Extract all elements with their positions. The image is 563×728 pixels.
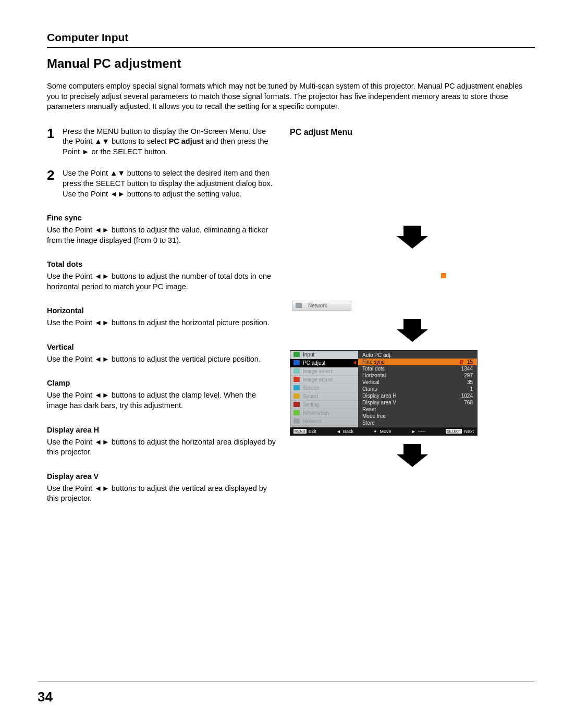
pc-adjust-icon: [293, 360, 300, 365]
osd-left-item-input: Input: [290, 351, 358, 359]
osd-right-item: Store: [358, 419, 477, 426]
information-icon: [293, 410, 300, 415]
osd-right-item: Mode free: [358, 413, 477, 419]
param-display-area-v: Display area V Use the Point ◄► buttons …: [47, 472, 276, 504]
osd-left-label: Screen: [303, 385, 320, 391]
param-text: Use the Point ◄► buttons to adjust the c…: [47, 390, 276, 411]
osd-right-label: Horizontal: [362, 373, 386, 378]
osd-right-label: Vertical: [362, 379, 380, 385]
osd-right-label: Clamp: [362, 386, 377, 392]
osd-left-label: Information: [303, 410, 329, 416]
osd-right-label: Display area V: [362, 400, 396, 405]
network-chip: Network: [292, 301, 351, 311]
param-text: Use the Point ◄► buttons to adjust the v…: [47, 484, 276, 504]
left-column: 1 Press the MENU button to display the O…: [47, 127, 276, 504]
down-arrow-icon: [397, 319, 428, 342]
osd-left-label: Input: [303, 352, 314, 357]
param-title: Clamp: [47, 379, 276, 387]
step-text-a: Use the Point ▲▼ buttons to select the d…: [63, 169, 273, 198]
osd-footer-select: SELECTNext: [446, 429, 474, 434]
osd-right-value: 768: [464, 400, 473, 405]
right-arrow-icon: ►: [411, 429, 416, 434]
param-title: Fine sync: [47, 214, 276, 222]
osd-right-menu: Auto PC adj. Fine sync⇵15 Total dots1344…: [358, 351, 477, 427]
step-text: Use the Point ▲▼ buttons to select the d…: [63, 168, 276, 199]
param-text: Use the Point ◄► buttons to adjust the n…: [47, 272, 276, 292]
param-text: Use the Point ◄► buttons to adjust the h…: [47, 437, 276, 458]
screen-icon: [293, 385, 300, 390]
osd-right-value: 15: [467, 359, 473, 365]
step-number: 2: [47, 168, 63, 199]
orange-marker-icon: [441, 273, 446, 278]
osd-right-item: Auto PC adj.: [358, 352, 477, 359]
param-title: Display area V: [47, 472, 276, 480]
osd-right-item: Display area V768: [358, 399, 477, 406]
osd-right-label: Total dots: [362, 366, 385, 372]
image-select-icon: [293, 368, 300, 374]
osd-right-label: Display area H: [362, 393, 397, 399]
osd-right-value: 1: [470, 386, 473, 392]
down-arrow-icon: [397, 444, 428, 467]
osd-footer-exit: MENUExit: [293, 429, 316, 434]
step-text: Press the MENU button to display the On-…: [63, 127, 276, 157]
left-arrow-icon: ◄: [336, 429, 341, 434]
step-text-bold: PC adjust: [169, 137, 204, 145]
step-number: 1: [47, 127, 63, 157]
osd-left-item-sound: Sound: [290, 392, 358, 401]
right-column: PC adjust Menu Network Input: [290, 127, 535, 504]
sound-icon: [293, 393, 300, 399]
osd-left-item-image-select: Image select: [290, 367, 358, 376]
osd-body: Input PC adjust Image select Image adjus…: [290, 350, 478, 428]
osd-right-label: Auto PC adj.: [362, 352, 391, 358]
param-title: Horizontal: [47, 306, 276, 315]
param-text: Use the Point ◄► buttons to adjust the h…: [47, 318, 276, 328]
osd-footer: MENUExit ◄Back ✦Move ►----- SELECTNext: [290, 428, 478, 436]
adjust-marker-icon: ⇵: [459, 359, 464, 365]
osd-right-item-highlight: Fine sync⇵15: [358, 359, 477, 365]
step-2: 2 Use the Point ▲▼ buttons to select the…: [47, 168, 276, 199]
param-fine-sync: Fine sync Use the Point ◄► buttons to ad…: [47, 214, 276, 245]
param-title: Vertical: [47, 343, 276, 351]
osd-left-item-information: Information: [290, 409, 358, 417]
network-icon: [293, 418, 300, 424]
header-title: Computer Input: [47, 31, 535, 47]
osd-footer-next: ►-----: [411, 429, 426, 434]
osd-right-value: 1344: [461, 366, 473, 372]
osd-right-item: Vertical35: [358, 379, 477, 386]
network-icon: [296, 303, 302, 308]
osd-menu: Input PC adjust Image select Image adjus…: [290, 350, 478, 436]
osd-left-item-network: Network: [290, 417, 358, 426]
param-vertical: Vertical Use the Point ◄► buttons to adj…: [47, 343, 276, 365]
osd-right-item: Display area H1024: [358, 392, 477, 399]
osd-right-value: 297: [464, 373, 473, 378]
param-title: Total dots: [47, 260, 276, 268]
osd-left-item-pc-adjust: PC adjust: [290, 359, 358, 367]
menu-key-icon: MENU: [293, 429, 307, 434]
manual-page: Computer Input Manual PC adjustment Some…: [0, 0, 563, 728]
osd-right-value: 35: [467, 379, 473, 385]
image-adjust-icon: [293, 377, 300, 382]
param-clamp: Clamp Use the Point ◄► buttons to adjust…: [47, 379, 276, 411]
intro-text: Some computers employ special signal for…: [47, 81, 535, 112]
osd-left-label: PC adjust: [303, 360, 325, 366]
step-1: 1 Press the MENU button to display the O…: [47, 127, 276, 157]
move-icon: ✦: [373, 429, 377, 434]
osd-right-label: Store: [362, 420, 375, 426]
osd-right-label: Fine sync: [362, 359, 385, 365]
section-title: Manual PC adjustment: [47, 56, 535, 71]
osd-footer-back: ◄Back: [336, 429, 353, 434]
setting-icon: [293, 402, 300, 407]
footer-rule: [38, 682, 535, 682]
content: Manual PC adjustment Some computers empl…: [47, 56, 535, 504]
osd-left-item-setting: Setting: [290, 401, 358, 409]
osd-right-item: Reset: [358, 406, 477, 413]
osd-footer-move: ✦Move: [373, 429, 391, 434]
param-text: Use the Point ◄► buttons to adjust the v…: [47, 354, 276, 365]
osd-left-menu: Input PC adjust Image select Image adjus…: [290, 351, 358, 427]
down-arrow-icon: [397, 226, 428, 249]
osd-left-label: Setting: [303, 402, 319, 408]
header-bar: Computer Input: [47, 31, 535, 48]
osd-right-label: Mode free: [362, 413, 386, 419]
param-title: Display area H: [47, 426, 276, 434]
osd-right-item: Horizontal297: [358, 372, 477, 379]
